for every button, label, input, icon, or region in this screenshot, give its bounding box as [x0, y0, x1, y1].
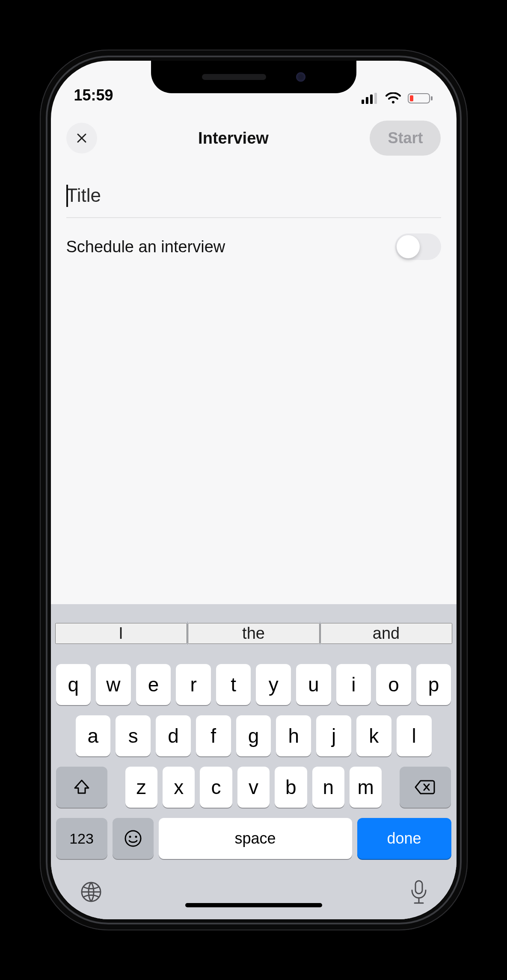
- svg-rect-0: [362, 100, 364, 104]
- backspace-key[interactable]: [400, 767, 451, 808]
- suggestion-bar: I the and: [55, 611, 452, 655]
- screen: 15:59: [51, 61, 457, 919]
- key-e[interactable]: e: [136, 664, 171, 705]
- key-d[interactable]: d: [156, 715, 191, 756]
- nav-title: Interview: [198, 129, 269, 148]
- key-w[interactable]: w: [96, 664, 131, 705]
- globe-icon: [79, 880, 103, 904]
- status-time: 15:59: [74, 86, 113, 104]
- svg-rect-6: [410, 95, 413, 101]
- wifi-icon: [385, 92, 402, 104]
- text-caret: [66, 185, 68, 207]
- keyboard: I the and q w e r t y u i o p: [51, 604, 457, 919]
- svg-rect-3: [374, 93, 377, 104]
- dictation-key[interactable]: [407, 879, 431, 906]
- key-row-2: a s d f g h j k l: [55, 715, 452, 756]
- keyboard-footer: [55, 879, 452, 906]
- key-v[interactable]: v: [237, 767, 270, 808]
- nav-bar: Interview Start: [51, 108, 457, 169]
- numbers-key[interactable]: 123: [56, 818, 107, 859]
- key-r[interactable]: r: [176, 664, 211, 705]
- key-c[interactable]: c: [200, 767, 232, 808]
- key-l[interactable]: l: [397, 715, 432, 756]
- key-p[interactable]: p: [416, 664, 451, 705]
- suggestion-3[interactable]: and: [320, 623, 452, 644]
- start-button[interactable]: Start: [370, 121, 441, 156]
- key-t[interactable]: t: [216, 664, 251, 705]
- key-k[interactable]: k: [356, 715, 391, 756]
- key-i[interactable]: i: [336, 664, 371, 705]
- suggestion-2[interactable]: the: [188, 623, 320, 644]
- home-indicator[interactable]: [185, 903, 322, 907]
- close-icon: [75, 132, 88, 145]
- battery-low-icon: [408, 92, 433, 104]
- key-m[interactable]: m: [350, 767, 382, 808]
- key-s[interactable]: s: [116, 715, 151, 756]
- microphone-icon: [409, 879, 428, 905]
- key-row-1: q w e r t y u i o p: [55, 664, 452, 705]
- key-n[interactable]: n: [312, 767, 344, 808]
- emoji-key[interactable]: [113, 818, 154, 859]
- emoji-icon: [124, 829, 142, 848]
- key-x[interactable]: x: [163, 767, 195, 808]
- key-a[interactable]: a: [76, 715, 111, 756]
- key-h[interactable]: h: [276, 715, 311, 756]
- toggle-knob: [397, 235, 420, 258]
- key-j[interactable]: j: [316, 715, 351, 756]
- schedule-interview-label: Schedule an interview: [66, 238, 225, 256]
- space-key[interactable]: space: [159, 818, 352, 859]
- suggestion-1[interactable]: I: [55, 623, 187, 644]
- form-content: Schedule an interview: [51, 169, 457, 283]
- svg-point-9: [135, 836, 137, 838]
- svg-rect-11: [415, 881, 422, 894]
- schedule-interview-toggle[interactable]: [395, 233, 441, 260]
- close-button[interactable]: [66, 123, 97, 153]
- svg-point-8: [129, 836, 131, 838]
- phone-frame: 15:59: [40, 50, 468, 930]
- key-b[interactable]: b: [275, 767, 307, 808]
- key-g[interactable]: g: [236, 715, 271, 756]
- key-row-4: 123 space done: [55, 818, 452, 859]
- cellular-signal-icon: [362, 93, 379, 104]
- globe-key[interactable]: [77, 880, 106, 906]
- key-z[interactable]: z: [125, 767, 157, 808]
- speaker-grill: [202, 74, 266, 80]
- done-key[interactable]: done: [357, 818, 451, 859]
- svg-rect-5: [431, 96, 433, 100]
- key-f[interactable]: f: [196, 715, 231, 756]
- title-input[interactable]: [66, 177, 441, 218]
- front-camera: [296, 72, 305, 82]
- notch: [151, 61, 356, 93]
- key-q[interactable]: q: [56, 664, 91, 705]
- key-y[interactable]: y: [256, 664, 291, 705]
- svg-point-7: [125, 831, 141, 846]
- shift-key[interactable]: [56, 767, 107, 808]
- svg-rect-1: [366, 97, 368, 104]
- key-u[interactable]: u: [296, 664, 331, 705]
- key-row-3: z x c v b n m: [55, 767, 452, 808]
- shift-icon: [72, 778, 91, 797]
- svg-rect-2: [370, 94, 373, 104]
- key-o[interactable]: o: [376, 664, 411, 705]
- backspace-icon: [415, 779, 436, 795]
